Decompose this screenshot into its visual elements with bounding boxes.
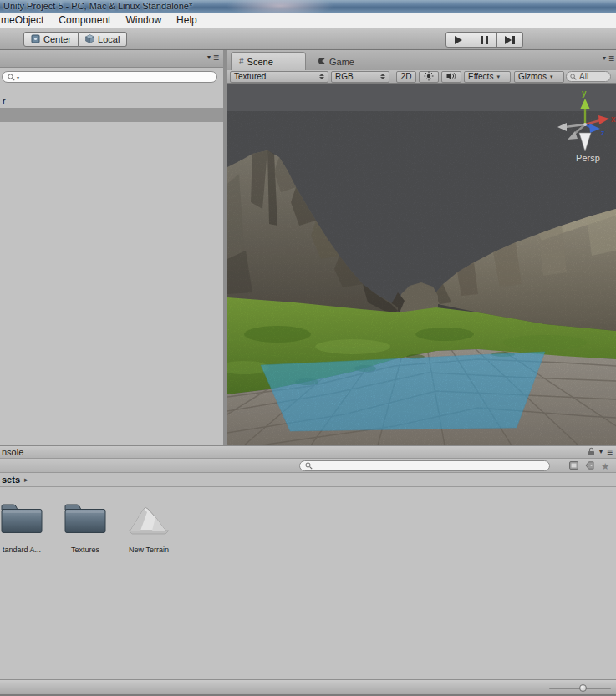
gizmos-dropdown[interactable]: Gizmos ▾: [514, 71, 564, 83]
pause-button[interactable]: [471, 32, 497, 48]
lighting-toggle-button[interactable]: [419, 71, 439, 83]
double-caret-icon: [377, 74, 385, 79]
project-item-new-terrain[interactable]: New Terrain: [117, 499, 181, 554]
menu-item-gameobject[interactable]: meObject: [0, 14, 51, 26]
playmode-controls: [445, 32, 523, 48]
space-toggle-button[interactable]: Local: [79, 32, 127, 47]
projection-label: Persp: [576, 153, 600, 163]
step-icon: [505, 36, 515, 44]
transform-toggle-group: Center Local: [23, 32, 127, 47]
pivot-icon: [31, 34, 40, 45]
zoom-slider-knob[interactable]: [579, 684, 587, 692]
tab-console[interactable]: nsole: [0, 447, 23, 457]
search-filter-caret-icon[interactable]: ▾: [17, 74, 19, 80]
titlebar-reflection: [226, 0, 334, 13]
titlebar[interactable]: Unity Project 5 - PC, Mac & Linux Standa…: [0, 0, 616, 13]
menu-item-component[interactable]: Component: [51, 14, 118, 26]
project-item-standard-assets[interactable]: tandard A...: [0, 499, 53, 554]
panel-menu-icon[interactable]: ▾: [603, 55, 606, 62]
menu-item-window[interactable]: Window: [118, 14, 169, 26]
render-mode-dropdown[interactable]: Textured: [230, 71, 328, 83]
scene-grid-icon: #: [239, 57, 244, 66]
pause-icon: [481, 36, 488, 44]
chevron-down-icon: ▾: [550, 74, 553, 80]
effects-dropdown[interactable]: Effects ▾: [464, 71, 511, 83]
color-channel-dropdown[interactable]: RGB: [331, 71, 389, 83]
project-search-input[interactable]: [314, 461, 549, 471]
2d-toggle-button[interactable]: 2D: [396, 71, 416, 83]
panel-menu-icon[interactable]: ▾: [599, 449, 603, 455]
project-content: tandard A... Textures New Terrain: [0, 487, 616, 679]
lock-icon[interactable]: [588, 447, 595, 458]
filter-by-label-icon[interactable]: [585, 461, 594, 471]
panel-list-icon[interactable]: ≡: [213, 53, 219, 62]
sun-icon: [424, 71, 434, 83]
terrain-asset-icon: [127, 499, 171, 536]
gizmos-label: Gizmos: [518, 72, 547, 81]
window-title: Unity Project 5 - PC, Mac & Linux Standa…: [3, 1, 192, 11]
hierarchy-selected-row[interactable]: [0, 108, 223, 122]
2d-label: 2D: [401, 72, 412, 81]
hierarchy-tabstrip: ▾ ≡: [0, 50, 223, 68]
project-search-filters: ★: [569, 461, 609, 471]
effects-label: Effects: [468, 72, 493, 81]
scene-tab-label: Scene: [247, 57, 273, 67]
hierarchy-panel-controls: ▾ ≡: [207, 53, 219, 62]
menu-item-help[interactable]: Help: [169, 14, 205, 26]
project-toolbar: ★: [0, 459, 616, 473]
axis-z-label[interactable]: z: [601, 129, 605, 137]
tab-scene[interactable]: # Scene: [231, 52, 306, 70]
project-item-textures[interactable]: Textures: [53, 499, 117, 554]
step-button[interactable]: [497, 32, 523, 48]
project-breadcrumb-bar: sets ▸: [0, 473, 616, 487]
filter-by-type-icon[interactable]: [569, 461, 578, 471]
search-icon: [8, 74, 15, 81]
panel-list-icon[interactable]: ≡: [608, 54, 614, 63]
breadcrumb-assets[interactable]: sets: [0, 475, 20, 485]
tab-game[interactable]: Game: [313, 54, 359, 69]
scene-search-value: All: [579, 72, 588, 81]
hierarchy-search: ▾: [2, 71, 217, 83]
projection-toggle[interactable]: ◄ Persp: [552, 153, 616, 163]
scene-panel: # Scene Game ▾ ≡ Textured RGB 2D: [227, 50, 616, 445]
hierarchy-item[interactable]: r: [0, 94, 223, 108]
folder-icon: [0, 499, 43, 536]
scene-view-toolbar: Textured RGB 2D Effects ▾ Gizmos ▾: [227, 70, 616, 84]
zoom-slider[interactable]: [549, 684, 611, 693]
menu-bar: meObject Component Window Help: [0, 13, 616, 28]
axis-y-label[interactable]: y: [582, 89, 587, 98]
axis-gizmo[interactable]: x y z ◄ Persp: [552, 88, 616, 171]
audio-toggle-button[interactable]: [441, 71, 461, 83]
space-label: Local: [98, 34, 120, 44]
console-tabstrip: nsole ▾ ≡: [0, 445, 616, 459]
game-tab-label: Game: [329, 57, 354, 67]
panel-list-icon[interactable]: ≡: [607, 448, 613, 456]
game-tab-icon: [318, 57, 326, 67]
breadcrumb-arrow-icon: ▸: [24, 475, 28, 484]
scene-search[interactable]: All: [566, 71, 611, 82]
play-icon: [455, 36, 462, 44]
search-icon: [570, 74, 577, 80]
scene-tabstrip: # Scene Game ▾ ≡: [227, 50, 616, 70]
play-button[interactable]: [445, 32, 471, 48]
double-caret-icon: [316, 74, 324, 79]
cube-icon: [85, 34, 94, 45]
hierarchy-search-input[interactable]: [21, 72, 216, 82]
panel-menu-icon[interactable]: ▾: [207, 54, 211, 61]
render-mode-label: Textured: [234, 72, 266, 81]
project-item-label: New Terrain: [129, 546, 169, 554]
favorites-star-icon[interactable]: ★: [601, 462, 609, 471]
chevron-down-icon: ▾: [496, 74, 500, 80]
persp-icon: ◄: [568, 155, 573, 161]
search-icon: [305, 462, 313, 470]
pivot-label: Center: [43, 34, 71, 44]
main-toolbar: Center Local: [0, 28, 616, 50]
color-channel-label: RGB: [335, 72, 354, 81]
console-panel-controls: ▾ ≡: [588, 447, 616, 458]
axis-x-label[interactable]: x: [611, 114, 616, 124]
project-item-label: tandard A...: [3, 546, 41, 554]
hierarchy-panel: ▾ ≡ ▾ r: [0, 50, 223, 445]
scene-panel-controls: ▾ ≡: [603, 54, 614, 63]
pivot-toggle-button[interactable]: Center: [23, 32, 79, 47]
axis-gizmo-icon[interactable]: x y z: [552, 88, 616, 153]
